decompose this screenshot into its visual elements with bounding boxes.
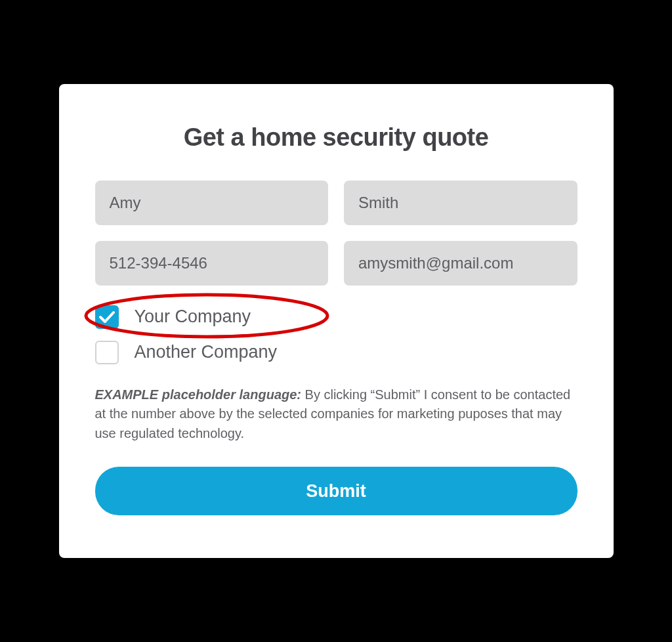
checkbox-another-company[interactable] — [95, 341, 119, 364]
checkbox-row-your-company: Your Company — [95, 304, 578, 330]
company-checkbox-group: Your Company Another Company — [95, 304, 578, 366]
first-name-field[interactable] — [95, 181, 329, 225]
disclaimer-text: EXAMPLE placeholder language: By clickin… — [95, 385, 578, 444]
checkbox-label: Another Company — [135, 342, 278, 362]
page-title: Get a home security quote — [95, 123, 578, 152]
checkbox-row-another-company: Another Company — [95, 339, 578, 366]
phone-field[interactable] — [95, 241, 329, 286]
checkbox-your-company[interactable] — [95, 305, 119, 329]
checkbox-label: Your Company — [135, 307, 251, 327]
disclaimer-lead: EXAMPLE placeholder language: — [95, 387, 302, 402]
quote-form-card: Get a home security quote Your Company A… — [59, 84, 614, 559]
last-name-field[interactable] — [344, 181, 578, 225]
email-field[interactable] — [344, 241, 578, 286]
submit-button[interactable]: Submit — [95, 467, 578, 515]
name-row — [95, 181, 578, 225]
check-icon — [99, 310, 115, 324]
contact-row — [95, 241, 578, 286]
